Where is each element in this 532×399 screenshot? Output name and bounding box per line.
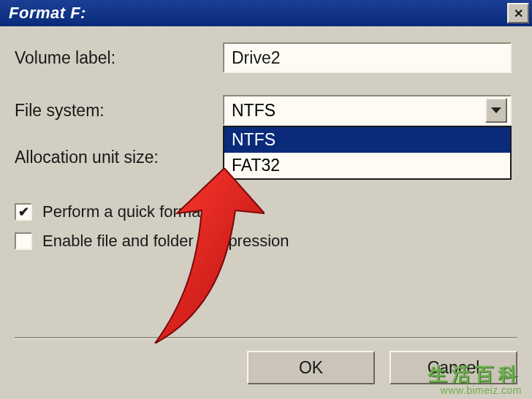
compression-checkbox[interactable] (15, 232, 32, 250)
allocation-label: Allocation unit size: (15, 148, 223, 167)
file-system-value: NTFS (232, 101, 276, 121)
volume-label-row: Volume label: (15, 42, 517, 73)
file-system-select[interactable]: NTFS NTFS FAT32 (223, 95, 512, 126)
ok-button[interactable]: OK (247, 351, 375, 384)
dropdown-item-fat32[interactable]: FAT32 (224, 153, 510, 178)
titlebar: Format F: ✕ (0, 0, 532, 26)
compression-label: Enable file and folder compression (42, 232, 289, 251)
dropdown-arrow-button[interactable] (485, 98, 507, 123)
watermark: 生活百科 www.bimeiz.com (428, 362, 522, 396)
file-system-label: File system: (15, 101, 223, 121)
file-system-dropdown-list: NTFS FAT32 (223, 126, 512, 180)
compression-row: Enable file and folder compression (15, 232, 517, 251)
file-system-row: File system: NTFS NTFS FAT32 (15, 95, 517, 126)
quick-format-label: Perform a quick format (42, 202, 205, 221)
chevron-down-icon (491, 107, 501, 113)
close-button[interactable]: ✕ (507, 3, 529, 23)
volume-label-input[interactable] (223, 42, 512, 73)
quick-format-checkbox[interactable]: ✔ (15, 203, 32, 221)
checkmark-icon: ✔ (18, 205, 29, 218)
dialog-body: Volume label: File system: NTFS NTFS FAT… (0, 26, 532, 274)
watermark-text-1: 生活百科 (428, 362, 522, 387)
dropdown-item-ntfs[interactable]: NTFS (224, 127, 510, 153)
file-system-display[interactable]: NTFS (223, 95, 512, 126)
watermark-text-2: www.bimeiz.com (428, 384, 522, 396)
separator (15, 337, 517, 339)
quick-format-row: ✔ Perform a quick format (15, 202, 517, 221)
volume-label-text: Volume label: (15, 48, 223, 68)
close-icon: ✕ (514, 7, 523, 20)
window-title: Format F: (9, 4, 86, 23)
